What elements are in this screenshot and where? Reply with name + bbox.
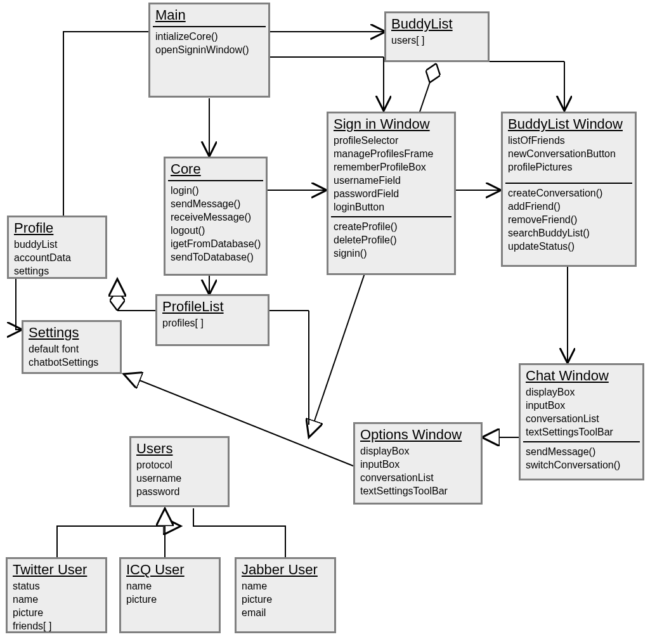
method: intializeCore() (154, 30, 264, 43)
method: login() (169, 184, 262, 197)
method: removeFriend() (507, 213, 631, 226)
attribute: profiles[ ] (161, 316, 264, 330)
uml-class-diagram: { "classes": { "main": { "title": "Main"… (0, 0, 669, 644)
attribute: rememberProfileBox (332, 160, 450, 174)
method: createProfile() (332, 220, 450, 233)
class-buddylist: BuddyList users[ ] (384, 11, 490, 62)
class-core: Core login() sendMessage() receiveMessag… (164, 157, 268, 276)
attribute: users[ ] (390, 34, 484, 47)
attribute: accountData (13, 251, 101, 264)
attribute: friends[ ] (11, 619, 101, 633)
attribute: displayBox (359, 444, 477, 458)
attribute: manageProfilesFrame (332, 147, 450, 160)
method: openSigninWindow() (154, 43, 264, 56)
attribute: loginButton (332, 200, 450, 214)
method: deleteProfile() (332, 233, 450, 247)
attribute: email (240, 606, 330, 619)
method: receiveMessage() (169, 210, 262, 224)
class-title: Main (155, 7, 264, 23)
attribute: username (135, 472, 224, 485)
attribute: chatbotSettings (27, 356, 116, 369)
class-profile: Profile buddyList accountData settings (7, 216, 107, 279)
attribute: name (125, 579, 215, 593)
class-jabber-user: Jabber User name picture email (235, 557, 336, 633)
class-options-window: Options Window displayBox inputBox conve… (353, 422, 483, 505)
class-title: Jabber User (242, 562, 330, 578)
class-title: ProfileList (162, 299, 264, 315)
class-title: Options Window (360, 427, 477, 443)
class-title: BuddyList (391, 16, 484, 32)
class-title: Settings (29, 325, 116, 341)
class-title: BuddyList Window (508, 116, 631, 132)
class-users: Users protocol username password (129, 436, 230, 507)
attribute: picture (125, 593, 215, 606)
class-title: Profile (14, 220, 101, 236)
method: createConversation() (507, 186, 631, 200)
attribute: name (240, 579, 330, 593)
attribute: inputBox (359, 458, 477, 471)
attribute: newConversationButton (507, 147, 631, 160)
method: updateStatus() (507, 240, 631, 253)
class-signin-window: Sign in Window profileSelector managePro… (327, 112, 456, 275)
attribute: picture (11, 606, 101, 619)
attribute: conversationList (359, 471, 477, 484)
attribute: displayBox (524, 385, 639, 399)
attribute: password (135, 485, 224, 498)
class-title: Core (171, 161, 262, 177)
method: igetFromDatabase() (169, 237, 262, 250)
attribute: protocol (135, 458, 224, 472)
method: switchConversation() (524, 458, 639, 472)
attribute: name (11, 593, 101, 606)
attribute: textSettingsToolBar (359, 484, 477, 498)
class-title: Users (136, 441, 224, 457)
attribute: settings (13, 264, 101, 278)
class-title: ICQ User (126, 562, 215, 578)
class-icq-user: ICQ User name picture (119, 557, 221, 633)
class-main: Main intializeCore() openSigninWindow() (148, 3, 270, 98)
attribute: inputBox (524, 399, 639, 412)
class-twitter-user: Twitter User status name picture friends… (6, 557, 107, 633)
class-buddylist-window: BuddyList Window listOfFriends newConver… (501, 112, 637, 267)
attribute: status (11, 579, 101, 593)
attribute: profilePictures (507, 160, 631, 174)
class-chat-window: Chat Window displayBox inputBox conversa… (519, 363, 644, 480)
attribute: profileSelector (332, 134, 450, 147)
class-title: Twitter User (13, 562, 101, 578)
method: signin() (332, 247, 450, 260)
method: addFriend() (507, 200, 631, 213)
attribute: listOfFriends (507, 134, 631, 147)
attribute: textSettingsToolBar (524, 425, 639, 439)
class-title: Chat Window (526, 368, 639, 384)
attribute: picture (240, 593, 330, 606)
attribute: passwordField (332, 187, 450, 200)
class-settings: Settings default font chatbotSettings (22, 320, 122, 374)
method: searchBuddyList() (507, 226, 631, 240)
attribute: usernameField (332, 174, 450, 187)
attribute: conversationList (524, 412, 639, 425)
attribute: default font (27, 342, 116, 356)
class-title: Sign in Window (334, 116, 450, 132)
method: logout() (169, 224, 262, 237)
method: sendToDatabase() (169, 250, 262, 264)
method: sendMessage() (524, 445, 639, 458)
method: sendMessage() (169, 197, 262, 210)
attribute: buddyList (13, 238, 101, 251)
class-profilelist: ProfileList profiles[ ] (155, 294, 270, 346)
